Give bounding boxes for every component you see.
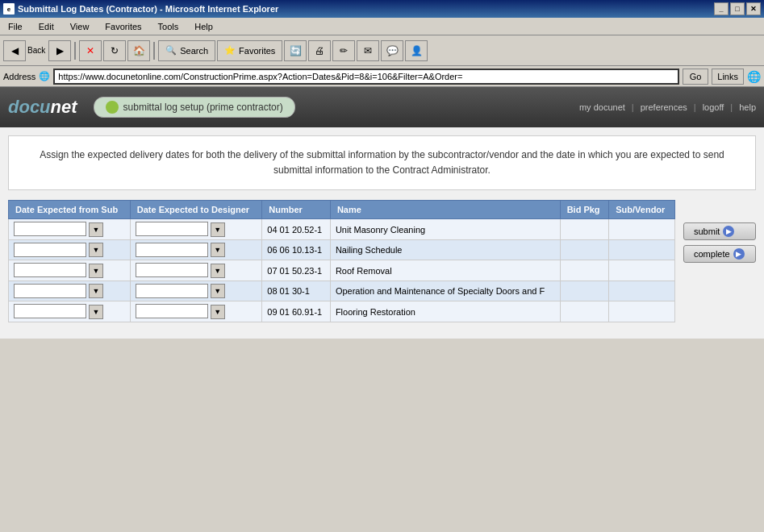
links-button[interactable]: Links — [712, 69, 744, 85]
table-row: ▼ ▼ 04 01 20.52-1 Unit Masonry Cleaning — [9, 219, 675, 240]
home-button[interactable]: 🏠 — [127, 40, 150, 61]
table-row: ▼ ▼ 07 01 50.23-1 Roof Removal — [9, 260, 675, 281]
menu-edit[interactable]: Edit — [34, 20, 59, 33]
complete-label: complete — [694, 249, 730, 259]
date-to-designer-input-1[interactable] — [136, 222, 208, 236]
name-cell: Unit Masonry Cleaning — [330, 219, 560, 240]
sub-vendor-cell — [609, 260, 675, 281]
date-from-sub-input-3[interactable] — [14, 263, 86, 277]
window-title: Submittal Log Dates (Contractor) - Micro… — [18, 4, 278, 14]
search-button[interactable]: 🔍 Search — [158, 40, 215, 61]
date-from-sub-input-1[interactable] — [14, 222, 86, 236]
date-from-sub-input-4[interactable] — [14, 284, 86, 298]
table-row: ▼ ▼ 08 01 30-1 Operation and Maintenance… — [9, 281, 675, 301]
cal-btn-from-4[interactable]: ▼ — [89, 284, 103, 298]
logo: docunet — [8, 97, 77, 118]
cal-btn-from-5[interactable]: ▼ — [89, 305, 103, 319]
cal-btn-from-3[interactable]: ▼ — [89, 264, 103, 278]
nav-header: docunet submittal log setup (prime contr… — [0, 87, 764, 127]
date-to-designer-input-5[interactable] — [136, 304, 208, 318]
cal-btn-to-3[interactable]: ▼ — [211, 264, 225, 278]
forward-button[interactable]: ▶ — [48, 40, 71, 61]
menu-favorites[interactable]: Favorites — [100, 20, 146, 33]
sub-vendor-cell — [609, 281, 675, 301]
cal-btn-to-5[interactable]: ▼ — [211, 305, 225, 319]
cal-btn-to-2[interactable]: ▼ — [211, 243, 225, 257]
logoff-link[interactable]: logoff — [703, 102, 724, 112]
bid-pkg-cell — [560, 239, 609, 260]
address-label: Address — [3, 72, 35, 81]
address-input[interactable] — [53, 69, 678, 85]
nav-links: my docunet | preferences | logoff | help — [579, 102, 756, 112]
date-to-designer-cell: ▼ — [130, 301, 262, 322]
date-to-designer-input-3[interactable] — [136, 263, 208, 277]
page-title-pill: submittal log setup (prime contractor) — [94, 97, 295, 118]
refresh-btn2[interactable]: 🔄 — [284, 40, 307, 61]
maximize-button[interactable]: □ — [730, 2, 745, 15]
complete-arrow-icon: ▶ — [733, 248, 745, 260]
table-section: Date Expected from Sub Date Expected to … — [8, 200, 756, 330]
close-button[interactable]: ✕ — [746, 2, 761, 15]
preferences-link[interactable]: preferences — [641, 102, 687, 112]
stop-button[interactable]: ✕ — [79, 40, 102, 61]
date-to-designer-cell: ▼ — [130, 260, 262, 281]
page-icon: 🌐 — [39, 71, 50, 81]
mail-button[interactable]: ✉ — [357, 40, 379, 61]
window-controls: _ □ ✕ — [714, 2, 761, 15]
data-table: Date Expected from Sub Date Expected to … — [8, 200, 675, 322]
favorites-label: Favorites — [239, 46, 275, 56]
date-from-sub-input-2[interactable] — [14, 243, 86, 257]
ie-logo-icon: 🌐 — [747, 70, 761, 83]
number-cell: 09 01 60.91-1 — [262, 301, 331, 322]
cal-btn-to-4[interactable]: ▼ — [211, 284, 225, 298]
col-header-date-from-sub: Date Expected from Sub — [9, 201, 131, 219]
col-header-sub-vendor: Sub/Vendor — [609, 201, 675, 219]
title-bar: e Submittal Log Dates (Contractor) - Mic… — [0, 0, 764, 18]
search-icon: 🔍 — [165, 45, 177, 56]
submit-button[interactable]: submit ▶ — [683, 222, 756, 240]
my-docunet-link[interactable]: my docunet — [579, 102, 625, 112]
cal-btn-from-2[interactable]: ▼ — [89, 243, 103, 257]
discuss-button[interactable]: 💬 — [381, 40, 403, 61]
number-cell: 07 01 50.23-1 — [262, 260, 331, 281]
status-indicator — [106, 101, 119, 114]
date-to-designer-input-2[interactable] — [136, 243, 208, 257]
back-button[interactable]: ◀ — [3, 40, 26, 61]
menu-tools[interactable]: Tools — [153, 20, 184, 33]
help-link[interactable]: help — [739, 102, 756, 112]
table-row: ▼ ▼ 06 06 10.13-1 Nailing Schedule — [9, 239, 675, 260]
messenger-button[interactable]: 👤 — [405, 40, 428, 61]
search-label: Search — [180, 46, 208, 56]
date-from-sub-input-5[interactable] — [14, 304, 86, 318]
sep2 — [153, 42, 155, 60]
menu-file[interactable]: File — [3, 20, 27, 33]
submit-arrow-icon: ▶ — [723, 226, 734, 237]
back-label: Back — [27, 46, 45, 55]
name-cell: Flooring Restoration — [330, 301, 560, 322]
minimize-button[interactable]: _ — [714, 2, 729, 15]
menu-bar: File Edit View Favorites Tools Help — [0, 18, 764, 35]
main-content: Assign the expected delivery dates for b… — [0, 127, 764, 339]
number-cell: 08 01 30-1 — [262, 281, 331, 301]
refresh-button[interactable]: ↻ — [103, 40, 126, 61]
action-buttons: submit ▶ complete ▶ — [683, 200, 756, 330]
date-to-designer-input-4[interactable] — [136, 284, 208, 298]
print-button[interactable]: 🖨 — [308, 40, 331, 61]
favorites-button[interactable]: ⭐ Favorites — [217, 40, 282, 61]
bid-pkg-cell — [560, 281, 609, 301]
menu-view[interactable]: View — [65, 20, 94, 33]
menu-help[interactable]: Help — [190, 20, 218, 33]
instruction-text: Assign the expected delivery dates for b… — [40, 149, 724, 176]
go-button[interactable]: Go — [683, 69, 709, 85]
cal-btn-to-1[interactable]: ▼ — [211, 222, 225, 237]
col-header-bid-pkg: Bid Pkg — [560, 201, 609, 219]
toolbar: ◀ Back ▶ ✕ ↻ 🏠 🔍 Search ⭐ Favorites 🔄 🖨 … — [0, 35, 764, 66]
col-header-name: Name — [330, 201, 560, 219]
table-row: ▼ ▼ 09 01 60.91-1 Flooring Restoration — [9, 301, 675, 322]
complete-button[interactable]: complete ▶ — [683, 245, 756, 263]
edit-button[interactable]: ✏ — [332, 40, 355, 61]
cal-btn-from-1[interactable]: ▼ — [89, 222, 103, 237]
date-to-designer-cell: ▼ — [130, 281, 262, 301]
number-cell: 06 06 10.13-1 — [262, 239, 331, 260]
date-to-designer-cell: ▼ — [130, 219, 262, 240]
